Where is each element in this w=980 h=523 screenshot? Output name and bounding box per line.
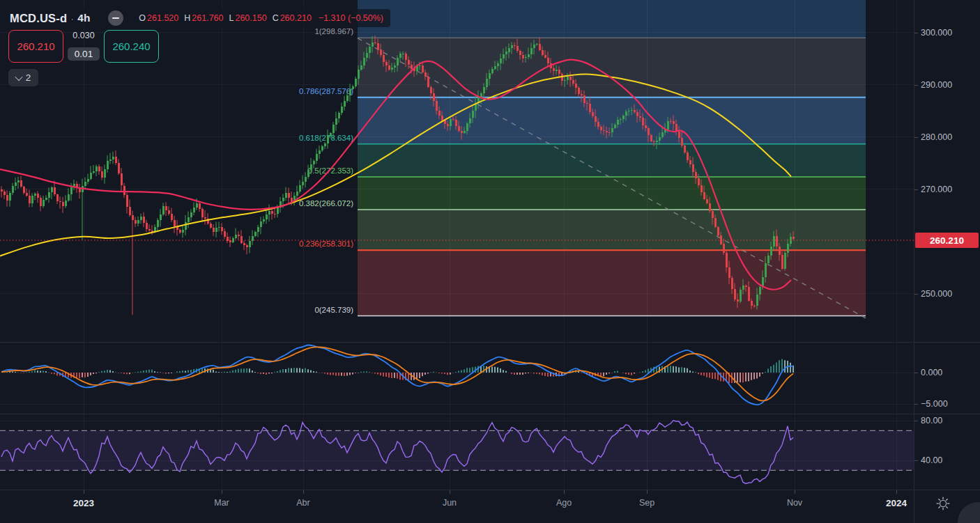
depth-dropdown-value: 2 xyxy=(26,72,31,83)
time-tickmark xyxy=(564,490,565,494)
time-label-abr: Abr xyxy=(296,498,309,508)
symbol-interval-separator: · xyxy=(70,13,74,24)
price-tick: 300.000 xyxy=(921,28,952,38)
svg-text:0.236(258.301): 0.236(258.301) xyxy=(299,240,353,248)
time-tickmark xyxy=(303,490,304,494)
change-value: −1.310 (−0.50%) xyxy=(319,13,383,23)
symbol-name[interactable]: MCD.US-d xyxy=(10,12,67,25)
last-price-badge[interactable]: 260.210 xyxy=(915,233,979,248)
price-axis[interactable]: 260.210 300.000290.000280.000270.000250.… xyxy=(914,0,980,490)
price-tick: 280.000 xyxy=(921,132,952,142)
spread-column: 0.030 0.01 xyxy=(63,30,104,63)
time-label-2024: 2024 xyxy=(886,498,907,508)
svg-text:0(245.739): 0(245.739) xyxy=(314,306,353,314)
time-tickmark xyxy=(222,490,222,494)
time-label-nov: Nov xyxy=(787,498,802,508)
time-tickmark xyxy=(84,490,84,494)
time-label-ago: Ago xyxy=(556,498,572,508)
settings-button[interactable] xyxy=(935,496,951,511)
price-tick: 290.000 xyxy=(921,80,952,90)
macd-tick-tickmark xyxy=(914,404,918,405)
price-tick-tickmark xyxy=(914,85,918,86)
price-tick-tickmark xyxy=(914,33,918,33)
svg-text:1(298.967): 1(298.967) xyxy=(314,27,353,36)
stoch-tick-tickmark xyxy=(914,421,918,421)
buy-button[interactable]: 260.240 xyxy=(104,30,159,63)
gear-icon xyxy=(935,496,951,511)
stoch-tick-tickmark xyxy=(914,460,918,461)
minus-icon xyxy=(112,17,119,19)
depth-dropdown[interactable]: 2 xyxy=(8,69,38,86)
high-value: 261.760 xyxy=(192,13,223,23)
collapse-legend-button[interactable] xyxy=(108,10,123,26)
close-label: C xyxy=(273,13,279,23)
price-tick-tickmark xyxy=(914,137,918,138)
time-tickmark xyxy=(647,490,648,494)
spread-value: 0.01 xyxy=(68,47,100,61)
time-tickmark xyxy=(795,490,795,494)
time-tickmark xyxy=(450,490,450,494)
stoch-tick: 40.00 xyxy=(921,455,942,465)
pane-separator-price-macd[interactable] xyxy=(0,342,980,343)
macd-tick: −5.000 xyxy=(921,399,948,409)
spread-points-value: 0.030 xyxy=(72,31,94,40)
stoch-tick: 80.00 xyxy=(921,416,942,426)
open-label: O xyxy=(139,13,146,23)
price-tick: 270.000 xyxy=(921,185,952,194)
main-chart[interactable]: 1(298.967)0.786(287.576)0.618(278.634)0.… xyxy=(0,0,980,490)
low-label: L xyxy=(229,13,234,23)
macd-tick: 0.000 xyxy=(921,368,942,377)
time-axis[interactable]: 2023MarAbrJunAgoSepNov2024 xyxy=(0,490,980,523)
quote-widget: 260.210 0.030 0.01 260.240 xyxy=(8,30,159,63)
sell-button[interactable]: 260.210 xyxy=(8,30,63,63)
price-tick-tickmark xyxy=(914,294,918,295)
pane-separator-macd-stoch[interactable] xyxy=(0,414,980,414)
time-label-sep: Sep xyxy=(639,498,654,508)
symbol-legend-row: MCD.US-d · 4h O 261.520 H 261.760 L 260.… xyxy=(10,9,390,27)
open-value: 261.520 xyxy=(147,13,178,23)
trading-platform-window: 1(298.967)0.786(287.576)0.618(278.634)0.… xyxy=(0,0,980,523)
time-label-mar: Mar xyxy=(214,498,229,508)
time-tickmark xyxy=(896,490,897,494)
interval-label[interactable]: 4h xyxy=(77,12,90,24)
time-label-jun: Jun xyxy=(443,498,457,508)
chevron-down-icon xyxy=(15,72,22,80)
ohlc-readout: O 261.520 H 261.760 L 260.150 C 260.210 … xyxy=(139,13,383,23)
svg-text:0.382(266.072): 0.382(266.072) xyxy=(299,199,353,208)
svg-text:0.786(287.576): 0.786(287.576) xyxy=(299,87,353,95)
time-label-2023: 2023 xyxy=(73,498,94,508)
high-label: H xyxy=(184,13,190,23)
low-value: 260.150 xyxy=(235,13,266,23)
price-tick-tickmark xyxy=(914,189,918,190)
macd-tick-tickmark xyxy=(914,373,918,373)
svg-text:0.5(272.353): 0.5(272.353) xyxy=(308,166,353,175)
axis-corner-separator xyxy=(914,490,914,523)
svg-text:0.618(278.634): 0.618(278.634) xyxy=(299,134,353,142)
price-tick: 250.000 xyxy=(921,289,952,299)
close-value: 260.210 xyxy=(280,13,312,23)
